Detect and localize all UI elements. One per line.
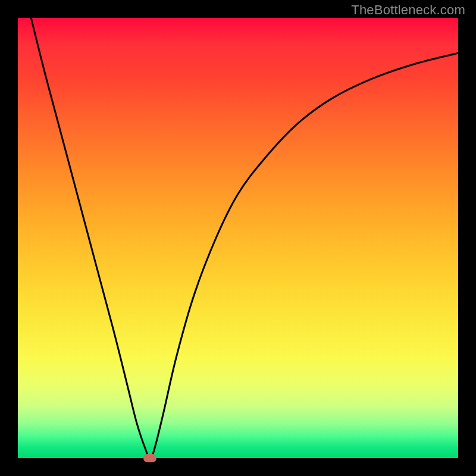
bottleneck-curve <box>18 18 458 458</box>
chart-frame: TheBottleneck.com <box>0 0 476 476</box>
watermark-text: TheBottleneck.com <box>351 2 465 18</box>
optimal-point-marker <box>143 454 156 462</box>
plot-area <box>18 18 458 458</box>
